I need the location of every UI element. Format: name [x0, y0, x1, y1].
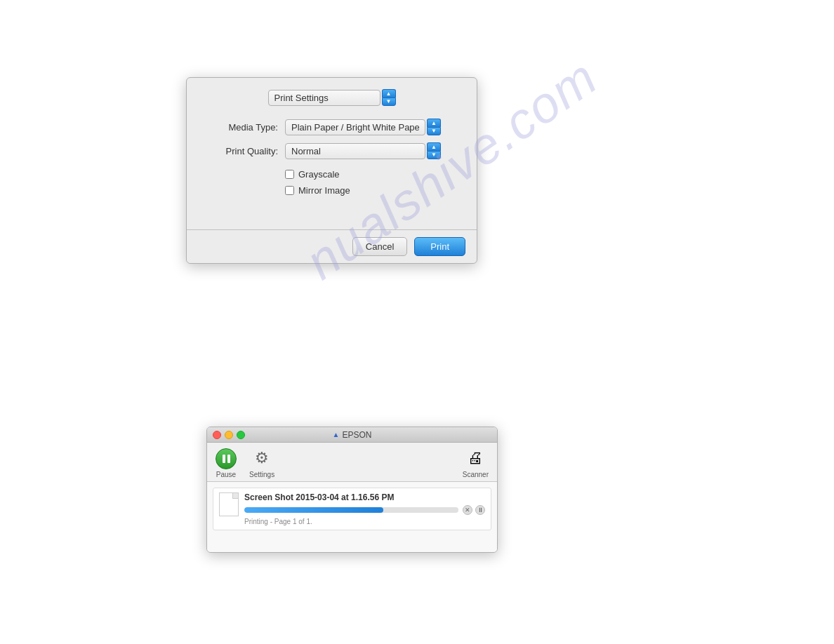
epson-logo-icon: ▲	[333, 431, 340, 438]
scanner-label: Scanner	[463, 471, 489, 478]
print-job-item: Screen Shot 2015-03-04 at 1.16.56 PM ✕ ⏸…	[213, 488, 491, 530]
mirror-image-row: Mirror Image	[285, 185, 463, 196]
mirror-image-checkbox[interactable]	[285, 186, 294, 195]
media-stepper-down[interactable]: ▼	[427, 127, 441, 135]
media-type-stepper[interactable]: ▲ ▼	[427, 119, 441, 135]
progress-bar-fill	[244, 507, 383, 513]
job-pause-button[interactable]: ⏸	[475, 505, 485, 515]
print-settings-selector-wrapper[interactable]: Print Settings ▲ ▼	[268, 89, 396, 106]
pause-bar-left	[223, 455, 225, 463]
job-status: Printing - Page 1 of 1.	[244, 518, 485, 525]
epson-title-text: EPSON	[342, 430, 371, 440]
media-type-dropdown[interactable]: Plain Paper / Bright White Paper Matte P…	[285, 119, 425, 135]
grayscale-label[interactable]: Grayscale	[298, 169, 340, 180]
print-quality-control: Draft Normal Fine Best Photo ▲ ▼	[285, 142, 463, 159]
media-stepper-up[interactable]: ▲	[427, 119, 441, 127]
print-settings-dialog: Print Settings ▲ ▼ Media Type: Plain Pap…	[186, 77, 477, 264]
epson-title: ▲ EPSON	[333, 430, 372, 440]
scanner-toolbar-item[interactable]: 🖨 Scanner	[463, 447, 489, 478]
toolbar-left: Pause ⚙ Settings	[216, 447, 274, 478]
media-type-control: Plain Paper / Bright White Paper Matte P…	[285, 119, 463, 135]
epson-print-queue-window: ▲ EPSON Pause ⚙ Settings	[206, 427, 498, 553]
pause-icon	[216, 448, 237, 469]
print-button[interactable]: Print	[414, 237, 465, 256]
print-quality-dropdown[interactable]: Draft Normal Fine Best Photo	[285, 143, 425, 159]
stepper-up[interactable]: ▲	[382, 89, 396, 98]
print-quality-row: Print Quality: Draft Normal Fine Best Ph…	[201, 142, 463, 159]
settings-gear-icon: ⚙	[251, 447, 273, 469]
mirror-image-label[interactable]: Mirror Image	[298, 185, 350, 196]
progress-bar-background	[244, 507, 458, 513]
close-button[interactable]	[213, 431, 221, 439]
print-dialog-body: Print Settings ▲ ▼ Media Type: Plain Pap…	[187, 78, 477, 215]
dialog-buttons: Cancel Print	[187, 230, 477, 263]
epson-toolbar: Pause ⚙ Settings 🖨 Scanner	[207, 443, 497, 482]
print-quality-label: Print Quality:	[201, 146, 278, 156]
quality-stepper[interactable]: ▲ ▼	[427, 142, 441, 159]
job-cancel-button[interactable]: ✕	[463, 505, 472, 515]
job-document-icon	[219, 492, 239, 516]
pause-bar-right	[227, 455, 230, 463]
scanner-icon: 🖨	[464, 447, 486, 469]
doc-fold	[232, 493, 238, 499]
print-settings-stepper[interactable]: ▲ ▼	[382, 89, 396, 106]
job-title: Screen Shot 2015-03-04 at 1.16.56 PM	[244, 492, 485, 502]
job-control-icons: ✕ ⏸	[463, 505, 485, 515]
print-settings-dropdown[interactable]: Print Settings	[268, 90, 380, 106]
quality-stepper-down[interactable]: ▼	[427, 151, 441, 159]
quality-stepper-up[interactable]: ▲	[427, 142, 441, 151]
settings-dropdown-row: Print Settings ▲ ▼	[201, 89, 463, 106]
minimize-button[interactable]	[225, 431, 233, 439]
stepper-down[interactable]: ▼	[382, 98, 396, 106]
pause-label: Pause	[216, 471, 236, 478]
checkbox-area: Grayscale Mirror Image	[285, 169, 463, 196]
job-progress-row: ✕ ⏸	[244, 505, 485, 515]
print-job-area: Screen Shot 2015-03-04 at 1.16.56 PM ✕ ⏸…	[207, 482, 497, 552]
pause-toolbar-item[interactable]: Pause	[216, 448, 237, 478]
settings-label: Settings	[249, 471, 274, 478]
media-type-row: Media Type: Plain Paper / Bright White P…	[201, 119, 463, 135]
epson-titlebar: ▲ EPSON	[207, 427, 497, 443]
job-details: Screen Shot 2015-03-04 at 1.16.56 PM ✕ ⏸…	[244, 492, 485, 525]
maximize-button[interactable]	[237, 431, 245, 439]
traffic-lights	[213, 431, 245, 439]
media-type-label: Media Type:	[201, 122, 278, 133]
cancel-button[interactable]: Cancel	[352, 237, 407, 256]
grayscale-checkbox[interactable]	[285, 170, 294, 179]
settings-toolbar-item[interactable]: ⚙ Settings	[249, 447, 274, 478]
grayscale-row: Grayscale	[285, 169, 463, 180]
